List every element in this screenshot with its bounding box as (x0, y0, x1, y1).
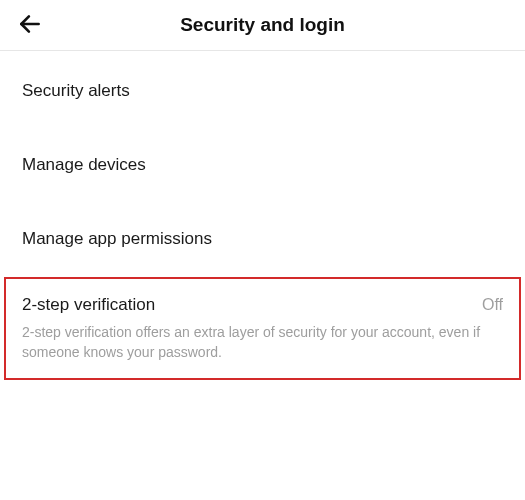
two-step-status: Off (482, 296, 503, 314)
menu-item-row: 2-step verification Off (22, 295, 503, 315)
menu-item-label: Manage devices (22, 155, 146, 174)
menu-item-label: 2-step verification (22, 295, 155, 315)
two-step-description: 2-step verification offers an extra laye… (22, 323, 503, 362)
back-button[interactable] (16, 11, 44, 39)
menu-item-two-step-verification[interactable]: 2-step verification Off 2-step verificat… (0, 273, 525, 384)
menu-item-security-alerts[interactable]: Security alerts (0, 51, 525, 125)
menu-item-manage-app-permissions[interactable]: Manage app permissions (0, 199, 525, 273)
settings-list: Security alerts Manage devices Manage ap… (0, 51, 525, 384)
page-title: Security and login (16, 14, 509, 36)
back-arrow-icon (17, 11, 43, 40)
header: Security and login (0, 0, 525, 51)
menu-item-manage-devices[interactable]: Manage devices (0, 125, 525, 199)
menu-item-label: Manage app permissions (22, 229, 212, 248)
menu-item-label: Security alerts (22, 81, 130, 100)
